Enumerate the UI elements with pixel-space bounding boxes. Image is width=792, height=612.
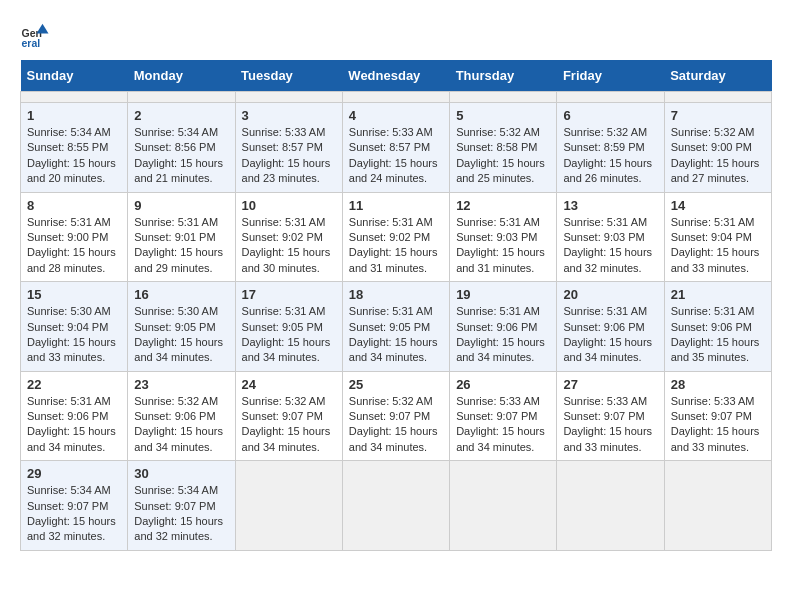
cell-info: Sunrise: 5:31 AMSunset: 9:05 PMDaylight:… bbox=[349, 304, 443, 366]
sunset-text: Sunset: 9:07 PM bbox=[456, 410, 537, 422]
day-number: 24 bbox=[242, 377, 336, 392]
sunset-text: Sunset: 9:03 PM bbox=[456, 231, 537, 243]
day-number: 21 bbox=[671, 287, 765, 302]
cell-info: Sunrise: 5:31 AMSunset: 9:01 PMDaylight:… bbox=[134, 215, 228, 277]
day-cell: 24Sunrise: 5:32 AMSunset: 9:07 PMDayligh… bbox=[235, 371, 342, 461]
sunrise-text: Sunrise: 5:31 AM bbox=[242, 216, 326, 228]
empty-cell bbox=[557, 92, 664, 103]
day-cell: 26Sunrise: 5:33 AMSunset: 9:07 PMDayligh… bbox=[450, 371, 557, 461]
daylight-text: Daylight: 15 hours and 34 minutes. bbox=[242, 336, 331, 363]
daylight-text: Daylight: 15 hours and 34 minutes. bbox=[27, 425, 116, 452]
sunrise-text: Sunrise: 5:33 AM bbox=[563, 395, 647, 407]
cell-info: Sunrise: 5:31 AMSunset: 9:06 PMDaylight:… bbox=[563, 304, 657, 366]
daylight-text: Daylight: 15 hours and 32 minutes. bbox=[563, 246, 652, 273]
daylight-text: Daylight: 15 hours and 33 minutes. bbox=[563, 425, 652, 452]
sunset-text: Sunset: 9:00 PM bbox=[27, 231, 108, 243]
weekday-header-monday: Monday bbox=[128, 60, 235, 92]
day-cell: 20Sunrise: 5:31 AMSunset: 9:06 PMDayligh… bbox=[557, 282, 664, 372]
day-cell: 16Sunrise: 5:30 AMSunset: 9:05 PMDayligh… bbox=[128, 282, 235, 372]
sunset-text: Sunset: 9:07 PM bbox=[134, 500, 215, 512]
sunset-text: Sunset: 8:57 PM bbox=[242, 141, 323, 153]
daylight-text: Daylight: 15 hours and 20 minutes. bbox=[27, 157, 116, 184]
day-number: 22 bbox=[27, 377, 121, 392]
sunrise-text: Sunrise: 5:32 AM bbox=[563, 126, 647, 138]
logo: Gen eral bbox=[20, 20, 55, 50]
day-number: 6 bbox=[563, 108, 657, 123]
day-number: 5 bbox=[456, 108, 550, 123]
sunset-text: Sunset: 9:06 PM bbox=[563, 321, 644, 333]
daylight-text: Daylight: 15 hours and 23 minutes. bbox=[242, 157, 331, 184]
cell-info: Sunrise: 5:32 AMSunset: 9:07 PMDaylight:… bbox=[349, 394, 443, 456]
empty-cell bbox=[450, 461, 557, 551]
day-number: 11 bbox=[349, 198, 443, 213]
day-number: 14 bbox=[671, 198, 765, 213]
day-cell: 7Sunrise: 5:32 AMSunset: 9:00 PMDaylight… bbox=[664, 103, 771, 193]
header: Gen eral bbox=[20, 20, 772, 50]
calendar-table: SundayMondayTuesdayWednesdayThursdayFrid… bbox=[20, 60, 772, 551]
sunrise-text: Sunrise: 5:33 AM bbox=[456, 395, 540, 407]
day-cell: 8Sunrise: 5:31 AMSunset: 9:00 PMDaylight… bbox=[21, 192, 128, 282]
day-cell: 6Sunrise: 5:32 AMSunset: 8:59 PMDaylight… bbox=[557, 103, 664, 193]
cell-info: Sunrise: 5:31 AMSunset: 9:06 PMDaylight:… bbox=[456, 304, 550, 366]
day-number: 29 bbox=[27, 466, 121, 481]
sunset-text: Sunset: 9:07 PM bbox=[242, 410, 323, 422]
day-cell: 22Sunrise: 5:31 AMSunset: 9:06 PMDayligh… bbox=[21, 371, 128, 461]
day-cell: 15Sunrise: 5:30 AMSunset: 9:04 PMDayligh… bbox=[21, 282, 128, 372]
daylight-text: Daylight: 15 hours and 34 minutes. bbox=[349, 336, 438, 363]
cell-info: Sunrise: 5:33 AMSunset: 8:57 PMDaylight:… bbox=[242, 125, 336, 187]
sunrise-text: Sunrise: 5:31 AM bbox=[563, 305, 647, 317]
day-cell: 27Sunrise: 5:33 AMSunset: 9:07 PMDayligh… bbox=[557, 371, 664, 461]
sunrise-text: Sunrise: 5:31 AM bbox=[671, 216, 755, 228]
weekday-header-friday: Friday bbox=[557, 60, 664, 92]
day-cell: 9Sunrise: 5:31 AMSunset: 9:01 PMDaylight… bbox=[128, 192, 235, 282]
sunrise-text: Sunrise: 5:33 AM bbox=[349, 126, 433, 138]
weekday-header-wednesday: Wednesday bbox=[342, 60, 449, 92]
calendar-week-row: 29Sunrise: 5:34 AMSunset: 9:07 PMDayligh… bbox=[21, 461, 772, 551]
day-number: 25 bbox=[349, 377, 443, 392]
cell-info: Sunrise: 5:31 AMSunset: 9:03 PMDaylight:… bbox=[563, 215, 657, 277]
cell-info: Sunrise: 5:31 AMSunset: 9:00 PMDaylight:… bbox=[27, 215, 121, 277]
daylight-text: Daylight: 15 hours and 34 minutes. bbox=[134, 425, 223, 452]
calendar-week-row: 1Sunrise: 5:34 AMSunset: 8:55 PMDaylight… bbox=[21, 103, 772, 193]
sunrise-text: Sunrise: 5:31 AM bbox=[349, 305, 433, 317]
cell-info: Sunrise: 5:32 AMSunset: 9:00 PMDaylight:… bbox=[671, 125, 765, 187]
daylight-text: Daylight: 15 hours and 31 minutes. bbox=[456, 246, 545, 273]
sunrise-text: Sunrise: 5:34 AM bbox=[134, 126, 218, 138]
daylight-text: Daylight: 15 hours and 33 minutes. bbox=[671, 246, 760, 273]
sunset-text: Sunset: 9:07 PM bbox=[349, 410, 430, 422]
day-cell: 23Sunrise: 5:32 AMSunset: 9:06 PMDayligh… bbox=[128, 371, 235, 461]
cell-info: Sunrise: 5:33 AMSunset: 9:07 PMDaylight:… bbox=[563, 394, 657, 456]
day-number: 16 bbox=[134, 287, 228, 302]
sunrise-text: Sunrise: 5:31 AM bbox=[563, 216, 647, 228]
daylight-text: Daylight: 15 hours and 32 minutes. bbox=[27, 515, 116, 542]
day-number: 1 bbox=[27, 108, 121, 123]
cell-info: Sunrise: 5:34 AMSunset: 9:07 PMDaylight:… bbox=[27, 483, 121, 545]
daylight-text: Daylight: 15 hours and 26 minutes. bbox=[563, 157, 652, 184]
sunrise-text: Sunrise: 5:34 AM bbox=[27, 484, 111, 496]
sunrise-text: Sunrise: 5:34 AM bbox=[27, 126, 111, 138]
weekday-header-thursday: Thursday bbox=[450, 60, 557, 92]
daylight-text: Daylight: 15 hours and 33 minutes. bbox=[27, 336, 116, 363]
calendar-week-row bbox=[21, 92, 772, 103]
day-number: 28 bbox=[671, 377, 765, 392]
sunrise-text: Sunrise: 5:31 AM bbox=[671, 305, 755, 317]
sunrise-text: Sunrise: 5:32 AM bbox=[456, 126, 540, 138]
sunset-text: Sunset: 9:06 PM bbox=[134, 410, 215, 422]
sunrise-text: Sunrise: 5:31 AM bbox=[134, 216, 218, 228]
day-number: 26 bbox=[456, 377, 550, 392]
sunset-text: Sunset: 9:07 PM bbox=[563, 410, 644, 422]
cell-info: Sunrise: 5:31 AMSunset: 9:02 PMDaylight:… bbox=[349, 215, 443, 277]
sunset-text: Sunset: 8:56 PM bbox=[134, 141, 215, 153]
daylight-text: Daylight: 15 hours and 34 minutes. bbox=[349, 425, 438, 452]
day-cell: 25Sunrise: 5:32 AMSunset: 9:07 PMDayligh… bbox=[342, 371, 449, 461]
empty-cell bbox=[342, 92, 449, 103]
sunset-text: Sunset: 8:55 PM bbox=[27, 141, 108, 153]
cell-info: Sunrise: 5:32 AMSunset: 9:07 PMDaylight:… bbox=[242, 394, 336, 456]
day-number: 4 bbox=[349, 108, 443, 123]
sunset-text: Sunset: 8:58 PM bbox=[456, 141, 537, 153]
day-cell: 3Sunrise: 5:33 AMSunset: 8:57 PMDaylight… bbox=[235, 103, 342, 193]
day-cell: 21Sunrise: 5:31 AMSunset: 9:06 PMDayligh… bbox=[664, 282, 771, 372]
sunrise-text: Sunrise: 5:32 AM bbox=[134, 395, 218, 407]
day-cell: 19Sunrise: 5:31 AMSunset: 9:06 PMDayligh… bbox=[450, 282, 557, 372]
empty-cell bbox=[128, 92, 235, 103]
